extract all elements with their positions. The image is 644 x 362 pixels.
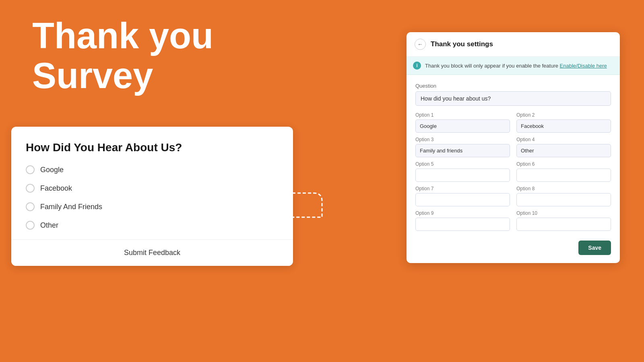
option-input-5[interactable]	[415, 169, 510, 182]
option-input-10[interactable]	[516, 218, 611, 231]
option-input-8[interactable]	[516, 193, 611, 206]
option-label-3: Option 3	[415, 137, 510, 142]
option-group-2: Option 2	[516, 112, 611, 133]
page-heading: Thank you Survey	[32, 16, 213, 96]
survey-preview-card: How Did You Hear About Us? Google Facebo…	[11, 127, 293, 266]
submit-button-wrapper: Submit Feedback	[11, 239, 293, 266]
panel-header: ← Thank you settings	[407, 32, 620, 57]
info-banner: i Thank you block will only appear if yo…	[407, 57, 620, 75]
option-input-9[interactable]	[415, 218, 510, 231]
option-group-6: Option 6	[516, 161, 611, 182]
option-label-8: Option 8	[516, 186, 611, 191]
save-button[interactable]: Save	[578, 241, 611, 255]
enable-disable-link[interactable]: Enable/Disable here	[560, 63, 607, 69]
option-label-google: Google	[40, 166, 64, 174]
option-label-family: Family And Friends	[40, 203, 102, 211]
option-input-2[interactable]	[516, 119, 611, 133]
survey-option-4[interactable]: Other	[26, 221, 279, 230]
submit-feedback-button[interactable]: Submit Feedback	[11, 240, 293, 266]
option-group-8: Option 8	[516, 186, 611, 206]
option-group-7: Option 7	[415, 186, 510, 206]
option-input-7[interactable]	[415, 193, 510, 206]
back-button[interactable]: ←	[415, 39, 426, 50]
radio-facebook[interactable]	[26, 184, 35, 193]
question-label: Question	[415, 83, 611, 89]
option-input-3[interactable]	[415, 144, 510, 157]
option-input-4[interactable]	[516, 144, 611, 157]
option-label-1: Option 1	[415, 112, 510, 118]
option-input-6[interactable]	[516, 169, 611, 182]
options-grid: Option 1Option 2Option 3Option 4Option 5…	[415, 112, 611, 231]
option-label-9: Option 9	[415, 210, 510, 216]
option-group-3: Option 3	[415, 137, 510, 157]
option-group-1: Option 1	[415, 112, 510, 133]
survey-option-1[interactable]: Google	[26, 165, 279, 174]
option-label-4: Option 4	[516, 137, 611, 142]
info-banner-text: Thank you block will only appear if you …	[425, 63, 607, 69]
settings-panel: ← Thank you settings i Thank you block w…	[407, 32, 620, 263]
option-label-10: Option 10	[516, 210, 611, 216]
option-label-6: Option 6	[516, 161, 611, 167]
option-label-2: Option 2	[516, 112, 611, 118]
panel-title: Thank you settings	[431, 40, 493, 48]
option-group-4: Option 4	[516, 137, 611, 157]
radio-family[interactable]	[26, 202, 35, 211]
option-label-other: Other	[40, 221, 58, 230]
survey-title: How Did You Hear About Us?	[26, 141, 279, 154]
save-button-row: Save	[415, 234, 611, 255]
question-input[interactable]	[415, 91, 611, 106]
option-label-7: Option 7	[415, 186, 510, 191]
option-input-1[interactable]	[415, 119, 510, 133]
radio-google[interactable]	[26, 165, 35, 174]
survey-option-2[interactable]: Facebook	[26, 184, 279, 193]
info-icon: i	[413, 62, 421, 70]
option-group-9: Option 9	[415, 210, 510, 231]
option-group-5: Option 5	[415, 161, 510, 182]
survey-option-3[interactable]: Family And Friends	[26, 202, 279, 211]
option-label-5: Option 5	[415, 161, 510, 167]
panel-body: Question Option 1Option 2Option 3Option …	[407, 75, 620, 263]
option-label-facebook: Facebook	[40, 184, 72, 193]
heading-line1: Thank you	[32, 16, 213, 56]
connector-arrow	[282, 181, 362, 229]
option-group-10: Option 10	[516, 210, 611, 231]
heading-line2: Survey	[32, 56, 213, 96]
radio-other[interactable]	[26, 221, 35, 230]
